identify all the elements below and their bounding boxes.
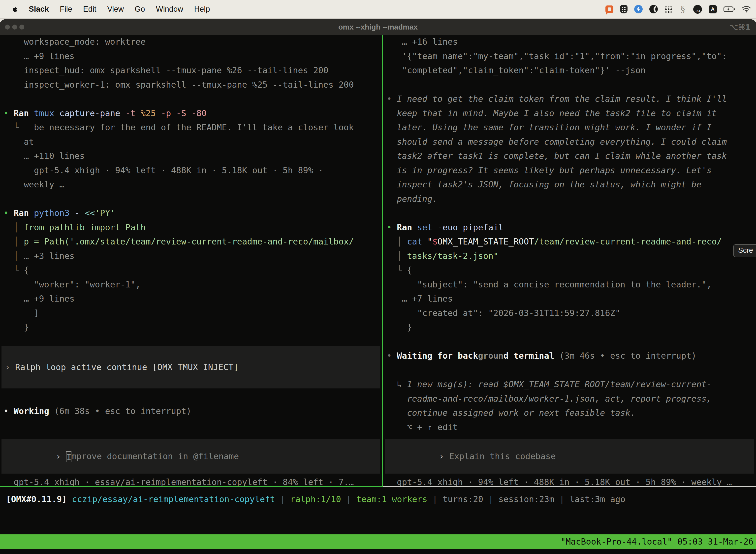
window-zoom-button[interactable] [19, 24, 24, 30]
window-shortcut-hint: ⌥⌘1 [729, 19, 751, 35]
session-status-right: gpt-5.4 xhigh · 94% left · 488K in · 5.1… [383, 475, 756, 487]
terminal-line: workspace_mode: worktree [0, 35, 382, 49]
terminal-line: └ { [0, 263, 382, 277]
terminal-line: ⌥ + ↑ edit [383, 420, 756, 435]
count-badge-icon[interactable]: ..61 [693, 5, 702, 14]
terminal-line [383, 206, 756, 220]
wifi-icon[interactable] [742, 6, 751, 13]
terminal-line: inspect_worker-1: omx sparkshell --tmux-… [0, 78, 382, 92]
terminal-line [383, 335, 756, 349]
shield-grid-icon[interactable] [620, 5, 628, 13]
terminal-line: "subject": "send a concise recommendatio… [383, 277, 756, 292]
terminal-line: • Waiting for background terminal (3m 46… [383, 349, 756, 363]
pane-right: … +16 lines '{"team_name":"my-team","tas… [383, 35, 756, 487]
terminal-line: later. Using the same for transition mig… [383, 120, 756, 135]
prompt-chevron: › [56, 451, 66, 461]
menu-app-name[interactable]: Slack [29, 5, 49, 14]
terminal-line: keep that in mind. Maybe I also need the… [383, 106, 756, 121]
prompt-input-right[interactable]: › Explain this codebase [385, 439, 754, 474]
terminal-line: … +9 lines [0, 292, 382, 306]
terminal-line: • Ran tmux capture-pane -t %25 -p -S -80 [0, 106, 382, 121]
terminal-line: │ cat "$OMX_TEAM_STATE_ROOT/team/review-… [383, 234, 756, 249]
terminal-line: inspect task2's JSON, focusing on the st… [383, 177, 756, 192]
window-title: omx --xhigh --madmax [0, 23, 756, 31]
terminal-line: ] [0, 306, 382, 321]
pane-left-bottom-border [0, 486, 382, 487]
terminal-line [0, 192, 382, 206]
terminal-window: omx --xhigh --madmax ⌥⌘1 workspace_mode:… [0, 19, 756, 554]
terminal-line: └ { [383, 263, 756, 277]
menu-item-window[interactable]: Window [156, 5, 183, 14]
menu-item-view[interactable]: View [107, 5, 124, 14]
terminal-line: weekly … [0, 177, 382, 192]
terminal-line: │ p = Path('.omx/state/team/review-curre… [0, 234, 382, 249]
terminal-line: … +9 lines [0, 49, 382, 63]
terminal-line: should send a message before completing … [383, 135, 756, 149]
terminal-line: └ be necessary for the end of the README… [0, 120, 382, 135]
terminal-line: } [0, 320, 382, 335]
terminal-line: "created_at": "2026-03-31T11:59:27.816Z" [383, 306, 756, 321]
prompt-input-left[interactable]: › Improve documentation in @filename [1, 439, 380, 474]
ralph-loop-banner: › Ralph loop active continue [OMX_TMUX_I… [1, 346, 380, 388]
terminal-line: ↳ 1 new msg(s): read $OMX_TEAM_STATE_ROO… [383, 377, 756, 392]
terminal-line: • I need to get the claim token from the… [383, 92, 756, 106]
menu-item-edit[interactable]: Edit [83, 5, 96, 14]
blue-bolt-icon[interactable] [634, 5, 643, 13]
terminal-line: pending. [383, 192, 756, 206]
menu-item-go[interactable]: Go [135, 5, 145, 14]
menu-item-file[interactable]: File [60, 5, 72, 14]
pane-left-scrollback: workspace_mode: worktree … +9 lines insp… [0, 35, 382, 335]
terminal-content: workspace_mode: worktree … +9 lines insp… [0, 35, 756, 554]
terminal-line: … +110 lines [0, 149, 382, 163]
terminal-line [0, 92, 382, 106]
terminal-line: "completed","claim_token":"claim-token"}… [383, 63, 756, 78]
terminal-line: is in progress? It seems likely but perh… [383, 163, 756, 178]
terminal-line: │ from pathlib import Path [0, 220, 382, 235]
pane-left: workspace_mode: worktree … +9 lines insp… [0, 35, 382, 487]
terminal-line [383, 363, 756, 378]
terminal-line: "worker": "worker-1", [0, 277, 382, 292]
terminal-line: readme-and-reco/mailbox/worker-1.json, a… [383, 392, 756, 406]
terminal-line: … +7 lines [383, 292, 756, 306]
terminal-line: • Ran python3 - <<'PY' [0, 206, 382, 220]
terminal-line: inspect_hud: omx sparkshell --tmux-pane … [0, 63, 382, 78]
text-cursor: I [66, 451, 71, 462]
apple-menu-icon[interactable] [11, 5, 18, 13]
dots-grid-icon[interactable] [665, 5, 673, 13]
prompt-placeholder: Explain this codebase [449, 451, 556, 461]
window-minimize-button[interactable] [12, 24, 17, 30]
terminal-line: gpt-5.4 xhigh · 94% left · 488K in · 5.1… [0, 163, 382, 178]
screen-tooltip: Scre [733, 244, 756, 257]
menu-bar: Slack File Edit View Go Window Help § ..… [0, 0, 756, 19]
terminal-line: '{"team_name":"my-team","task_id":"1","f… [383, 49, 756, 63]
prompt-placeholder: mprove documentation in @filename [71, 451, 239, 461]
terminal-line: │ … +3 lines [0, 249, 382, 263]
chat-app-icon[interactable] [606, 5, 613, 13]
terminal-line: • Ran set -euo pipefail [383, 220, 756, 235]
pane-right-scrollback: … +16 lines '{"team_name":"my-team","tas… [383, 35, 756, 434]
tmux-host-datetime: "MacBook-Pro-44.local" 05:03 31-Mar-26 [561, 535, 754, 549]
input-source-icon[interactable]: A [709, 5, 717, 13]
crescent-icon[interactable] [649, 5, 658, 13]
hook-icon[interactable]: § [679, 4, 687, 14]
terminal-line: … +16 lines [383, 35, 756, 49]
session-status-left: gpt-5.4 xhigh · essay/ai-reimplementatio… [0, 475, 382, 487]
battery-icon[interactable] [723, 6, 735, 12]
prompt-chevron: › [439, 451, 449, 461]
window-close-button[interactable] [5, 24, 10, 30]
omx-status-bar: [OMX#0.11.9] cczip/essay/ai-reimplementa… [0, 492, 756, 507]
menu-item-help[interactable]: Help [194, 5, 210, 14]
terminal-line: task2 after task1 is complete, but can I… [383, 149, 756, 163]
ralph-loop-line: › Ralph loop active continue [OMX_TMUX_I… [1, 360, 380, 375]
tmux-session-label: [omx-cczip0:bash* [30, 551, 119, 554]
working-status: • Working (6m 38s • esc to interrupt) [0, 404, 382, 419]
terminal-line: } [383, 320, 756, 335]
terminal-line: at [0, 135, 382, 149]
terminal-line: continue assigned work or next feasible … [383, 406, 756, 420]
tmux-status-bar: [omx-cczip0:bash* "MacBook-Pro-44.local"… [0, 535, 756, 549]
pane-right-bottom-border [383, 486, 756, 487]
terminal-line [383, 78, 756, 92]
window-title-bar: omx --xhigh --madmax ⌥⌘1 [0, 19, 756, 35]
terminal-line: │ tasks/task-2.json" [383, 249, 756, 263]
